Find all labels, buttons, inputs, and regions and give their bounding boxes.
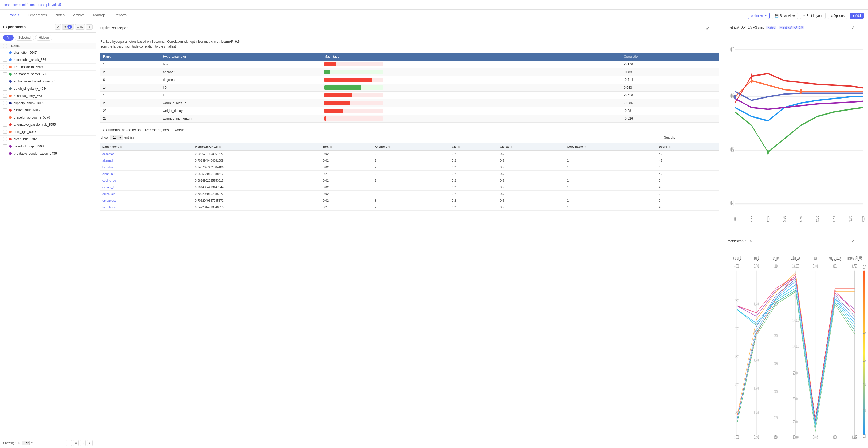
experiment-link[interactable]: dutch_sin [102,192,115,196]
th-copy-paste[interactable]: Copy paste ⇅ [565,143,657,150]
filter-selected[interactable]: Selected [15,35,34,40]
th-anchor-t[interactable]: Anchor t ⇅ [373,143,450,150]
select-all-checkbox[interactable] [3,44,7,48]
experiment-checkbox[interactable] [3,123,7,126]
list-item[interactable]: hilarious_berry_5631 [0,92,96,99]
tab-experiments[interactable]: Experiments [24,10,51,21]
breadcrumb-separator: / [27,3,28,7]
experiment-link[interactable]: clean_nut [102,172,115,175]
th-experiment[interactable]: Experiment ⇅ [100,143,193,150]
param-cell: lr0 [160,84,322,92]
list-item[interactable]: clean_nut_9782 [0,136,96,143]
experiment-checkbox[interactable] [3,144,7,148]
experiment-link[interactable]: free_boca [102,206,116,209]
add-button[interactable]: + Add [849,12,864,19]
svg-text:8.000: 8.000 [734,263,739,269]
list-item[interactable]: embarrassed_roadrunner_76 [0,78,96,85]
experiment-checkbox[interactable] [3,51,7,55]
experiment-checkbox[interactable] [3,65,7,69]
table-row: defiant_f 0.7014884213147644 0.02 8 0.2 … [100,184,719,190]
entries-select[interactable]: 10 25 50 [110,135,123,141]
list-item[interactable]: profitable_condensation_6439 [0,150,96,157]
magnitude-cell [322,76,621,84]
list-item[interactable]: graceful_porcupine_5376 [0,114,96,121]
map-cell: 0.6674932225753315 [193,177,320,184]
copy-paste-cell: 1 [565,164,657,171]
th-box[interactable]: Box ⇅ [321,143,373,150]
next-page-button[interactable]: › [87,440,93,446]
svg-text:0.700: 0.700 [754,263,759,269]
th-degre[interactable]: Degre ⇅ [657,143,719,150]
expand-panel-button[interactable]: ⤢ [704,25,711,31]
experiment-link[interactable]: acceptabl [102,152,115,155]
table-row: 6 degrees -0.714 [100,76,719,84]
tab-archive[interactable]: Archive [69,10,89,21]
experiment-checkbox[interactable] [3,87,7,90]
list-item[interactable]: acceptable_shark_556 [0,56,96,63]
bottom-chart-menu-button[interactable]: ⋮ [857,238,864,244]
experiment-checkbox[interactable] [3,116,7,119]
sidebar-tool-settings[interactable]: ⊕ [55,24,61,30]
list-item[interactable]: vital_otter_9647 [0,49,96,56]
options-button[interactable]: ≡ Options [828,12,847,19]
tab-reports[interactable]: Reports [110,10,131,21]
filter-all[interactable]: All [3,35,13,40]
page-size-select[interactable] [22,441,30,445]
svg-text:110.000: 110.000 [793,318,799,323]
th-map[interactable]: Metrics/mAP 0.5 ⇅ [193,143,320,150]
experiment-checkbox[interactable] [3,130,7,134]
experiment-link[interactable]: cooing_co [102,179,116,182]
experiment-checkbox[interactable] [3,58,7,62]
map-cell: 0.6555540561888412 [193,171,320,177]
list-item[interactable]: permanent_primer_606 [0,71,96,78]
experiment-link[interactable]: alternati [102,159,113,162]
experiment-checkbox[interactable] [3,72,7,76]
map-cell: 0.7062040557985672 [193,197,320,204]
list-item[interactable]: alternative_passionfruit_3555 [0,121,96,128]
svg-text:10: 10 [767,214,769,223]
experiment-checkbox[interactable] [3,94,7,98]
next-next-page-button[interactable]: ›› [80,440,86,446]
anchor-t-cell: 2 [373,177,450,184]
experiment-cell: dutch_sin [100,190,193,197]
list-item[interactable]: defiant_fruit_4485 [0,107,96,114]
list-item[interactable]: sole_light_5085 [0,128,96,136]
search-input[interactable] [677,135,719,141]
prev-page-button[interactable]: ‹ [66,440,72,446]
tab-manage[interactable]: Manage [89,10,110,21]
panel-menu-button[interactable]: ⋮ [712,25,719,31]
sidebar-tool-filter[interactable]: ▼ 1 [62,24,74,30]
experiment-checkbox[interactable] [3,101,7,105]
expand-top-chart-button[interactable]: ⤢ [849,24,856,31]
experiment-checkbox[interactable] [3,137,7,141]
experiment-link[interactable]: defiant_f [102,185,114,189]
th-cls-pw[interactable]: Cls pw ⇅ [498,143,565,150]
optimizer-button[interactable]: optimizer ▾ [748,12,770,19]
list-item[interactable]: free_bocaccio_5609 [0,63,96,71]
svg-point-20 [767,150,769,155]
experiment-checkbox[interactable] [3,80,7,83]
experiment-link[interactable]: embarrass [102,199,116,202]
team-link[interactable]: team-comet-ml [4,3,26,7]
name-column-header: NAME [11,44,93,48]
expand-bottom-chart-button[interactable]: ⤢ [849,238,856,244]
project-link[interactable]: comet-example-yolov5 [29,3,61,7]
experiment-checkbox[interactable] [3,109,7,112]
cls-cell: 0.2 [450,197,498,204]
filter-hidden[interactable]: Hidden [35,35,52,40]
list-item[interactable]: beautiful_crypt_3298 [0,143,96,150]
top-chart-menu-button[interactable]: ⋮ [857,24,864,31]
experiment-link[interactable]: beautiful [102,166,114,169]
tab-notes[interactable]: Notes [51,10,69,21]
list-item[interactable]: dutch_singularity_4044 [0,85,96,92]
tab-panels[interactable]: Panels [4,10,24,21]
prev-prev-page-button[interactable]: ‹‹ [73,440,79,446]
sidebar-header: Experiments ⊕ ▼ 1 ⊞ 15 👁 [0,21,96,33]
edit-layout-button[interactable]: ⊞ Edit Layout [800,12,826,19]
sidebar-tool-eye[interactable]: 👁 [86,24,93,30]
save-view-button[interactable]: 💾 Save View [772,12,798,19]
experiment-checkbox[interactable] [3,152,7,155]
th-cls[interactable]: Cls ⇅ [450,143,498,150]
sidebar-tool-grid[interactable]: ⊞ 15 [75,24,85,30]
list-item[interactable]: slippery_shrew_3082 [0,99,96,107]
